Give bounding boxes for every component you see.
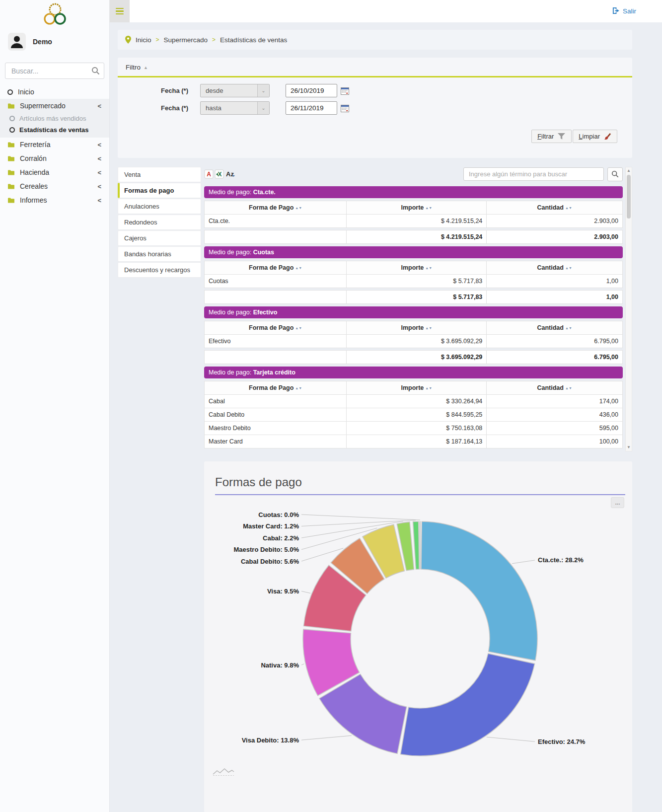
- sidebar-item-hacienda[interactable]: Hacienda<: [0, 165, 109, 179]
- sort-arrows-icon[interactable]: ▲▼: [425, 326, 432, 330]
- column-header-cantidad[interactable]: Cantidad▲▼: [487, 381, 623, 395]
- column-header-forma-de-pago[interactable]: Forma de Pago▲▼: [205, 381, 347, 395]
- sort-arrows-icon[interactable]: ▲▼: [565, 386, 572, 390]
- sort-arrows-icon[interactable]: ▲▼: [565, 326, 572, 330]
- calendar-icon[interactable]: [341, 104, 349, 112]
- sidebar-item-inicio[interactable]: Inicio: [0, 85, 109, 99]
- sort-arrows-icon[interactable]: ▲▼: [425, 206, 432, 210]
- tab-redondeos[interactable]: Redondeos: [118, 215, 201, 230]
- date-mode-select-desde[interactable]: desde⌄: [200, 84, 270, 97]
- sidebar-subitem-label: Estadísticas de ventas: [19, 126, 88, 134]
- table-row: Maestro Debito$ 750.163,08595,00: [205, 422, 623, 435]
- sort-arrows-icon[interactable]: ▲▼: [295, 206, 302, 210]
- column-header-cantidad[interactable]: Cantidad▲▼: [487, 321, 623, 335]
- export-pdf-icon[interactable]: A: [204, 169, 214, 179]
- group-table-cuotas: Forma de Pago▲▼Importe▲▼Cantidad▲▼Cuotas…: [204, 261, 623, 288]
- calendar-icon[interactable]: [341, 87, 349, 95]
- group-header-prefix: Medio de pago:: [209, 309, 253, 316]
- breadcrumb-item-estadisticas-de-ventas: Estadísticas de ventas: [220, 36, 287, 44]
- sidebar-search-input[interactable]: [5, 63, 104, 79]
- tab-anulaciones[interactable]: Anulaciones: [118, 199, 201, 214]
- sidebar-item-label: Corralón: [20, 154, 92, 162]
- filter-title: Filtro: [126, 64, 141, 71]
- cell-forma: Maestro Debito: [205, 422, 347, 435]
- group-header-cta-cte: Medio de pago: Cta.cte.: [204, 186, 623, 198]
- filter-field-label: Fecha (*): [118, 87, 200, 94]
- sort-arrows-icon[interactable]: ▲▼: [425, 386, 432, 390]
- sort-arrows-icon[interactable]: ▲▼: [425, 266, 432, 270]
- column-header-forma-de-pago[interactable]: Forma de Pago▲▼: [205, 261, 347, 275]
- column-header-forma-de-pago[interactable]: Forma de Pago▲▼: [205, 321, 347, 335]
- donut-slice-master-card[interactable]: [413, 521, 420, 569]
- date-input-desde[interactable]: [286, 84, 337, 97]
- tab-descuentos-y-recargos[interactable]: Descuentos y recargos: [118, 262, 201, 278]
- donut-chart: Cta.cte.: 28.2%Efectivo: 24.7%Cuotas: 0.…: [204, 461, 632, 812]
- search-icon[interactable]: [91, 67, 100, 77]
- sort-arrows-icon[interactable]: ▲▼: [295, 386, 302, 390]
- table-row: Cuotas$ 5.717,831,00: [205, 275, 623, 288]
- group-header-name: Efectivo: [253, 309, 278, 316]
- group-table-cta-cte: Forma de Pago▲▼Importe▲▼Cantidad▲▼Cta.ct…: [204, 201, 623, 228]
- export-excel-icon[interactable]: X: [215, 169, 224, 179]
- group-header-prefix: Medio de pago:: [209, 189, 253, 196]
- app-logo[interactable]: [0, 0, 109, 28]
- logout-link[interactable]: Salir: [612, 7, 636, 16]
- table-scrollbar[interactable]: ▲ ▼: [625, 167, 632, 451]
- table-search-input[interactable]: [463, 167, 604, 181]
- tab-bandas-horarias[interactable]: Bandas horarias: [118, 246, 201, 262]
- svg-text:Az: Az: [226, 170, 234, 178]
- date-mode-select-hasta[interactable]: hasta⌄: [200, 101, 270, 115]
- cell-importe: $ 750.163,08: [347, 422, 487, 435]
- total-importe: $ 3.695.092,29: [347, 351, 487, 364]
- folder-icon: [7, 197, 15, 204]
- label-leader-line: [487, 737, 535, 741]
- clear-button[interactable]: Limpiar: [573, 130, 617, 143]
- sidebar-item-ferreteria[interactable]: Ferretería<: [0, 138, 109, 151]
- donut-slice-cta-cte[interactable]: [421, 521, 537, 661]
- sidebar-item-cereales[interactable]: Cereales<: [0, 179, 109, 193]
- sort-arrows-icon[interactable]: ▲▼: [295, 266, 302, 270]
- cell-importe: $ 844.595,25: [347, 408, 487, 422]
- sidebar-item-supermercado[interactable]: Supermercado<: [0, 99, 109, 113]
- menu-toggle-button[interactable]: [110, 0, 130, 22]
- tab-venta[interactable]: Venta: [118, 167, 201, 182]
- scrollbar-thumb[interactable]: [627, 175, 631, 219]
- chevron-left-icon: <: [97, 155, 103, 162]
- total-importe: $ 4.219.515,24: [347, 230, 487, 244]
- total-cantidad: 1,00: [487, 291, 623, 304]
- chart-panel: Formas de pago ... Cta.cte.: 28.2%Efecti…: [204, 461, 632, 812]
- column-header-cantidad[interactable]: Cantidad▲▼: [487, 261, 623, 275]
- filter-panel-header[interactable]: Filtro ▲: [118, 58, 632, 77]
- circle-icon: [9, 127, 15, 133]
- sort-arrows-icon[interactable]: ▲▼: [295, 326, 302, 330]
- sidebar-subitem-estadisticas-de-ventas[interactable]: Estadísticas de ventas: [0, 124, 109, 136]
- breadcrumb: Inicio>Supermercado>Estadísticas de vent…: [118, 30, 632, 50]
- date-input-hasta[interactable]: [286, 101, 337, 115]
- column-header-importe[interactable]: Importe▲▼: [347, 201, 487, 215]
- sort-arrows-icon[interactable]: ▲▼: [565, 266, 572, 270]
- filter-row-1: Fecha (*)hasta⌄: [118, 101, 632, 115]
- app-window: Demo InicioSupermercado<Artículos más ve…: [0, 0, 662, 812]
- column-header-importe[interactable]: Importe▲▼: [347, 381, 487, 395]
- sidebar-item-corralon[interactable]: Corralón<: [0, 151, 109, 165]
- sidebar-subitem-articulos-mas-vendidos[interactable]: Artículos más vendidos: [0, 113, 109, 124]
- sidebar-item-informes[interactable]: Informes<: [0, 193, 109, 207]
- table-search-button[interactable]: [607, 167, 623, 181]
- scroll-down-arrow[interactable]: ▼: [626, 444, 632, 450]
- table-row: Cabal Debito$ 844.595,25436,00: [205, 408, 623, 422]
- column-header-importe[interactable]: Importe▲▼: [347, 261, 487, 275]
- breadcrumb-item-inicio[interactable]: Inicio: [136, 36, 151, 44]
- donut-slice-cuotas[interactable]: [420, 521, 420, 569]
- breadcrumb-item-supermercado[interactable]: Supermercado: [164, 36, 208, 44]
- column-header-cantidad[interactable]: Cantidad▲▼: [487, 201, 623, 215]
- filter-button[interactable]: Filtrar: [531, 130, 572, 143]
- column-header-forma-de-pago[interactable]: Forma de Pago▲▼: [205, 201, 347, 215]
- column-header-importe[interactable]: Importe▲▼: [347, 321, 487, 335]
- scroll-up-arrow[interactable]: ▲: [626, 168, 632, 174]
- sort-arrows-icon[interactable]: ▲▼: [565, 206, 572, 210]
- logout-icon: [612, 7, 620, 16]
- sort-az-icon[interactable]: Az: [225, 169, 236, 179]
- tab-formas-de-pago[interactable]: Formas de pago: [118, 183, 201, 198]
- donut-slice-efectivo[interactable]: [401, 654, 535, 756]
- tab-cajeros[interactable]: Cajeros: [118, 230, 201, 246]
